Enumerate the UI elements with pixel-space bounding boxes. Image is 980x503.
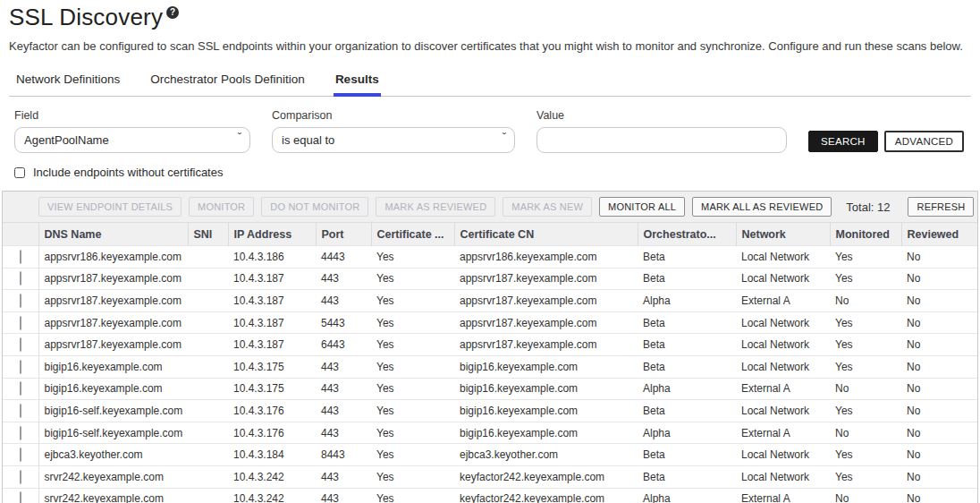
cell-network: Local Network — [736, 400, 830, 422]
cell-cn: bigip16.keyexample.com — [454, 378, 638, 400]
cell-ip: 10.4.3.242 — [228, 465, 316, 488]
row-checkbox[interactable] — [20, 337, 21, 352]
table-row[interactable]: appsrvr187.keyexample.com10.4.3.187443Ye… — [3, 268, 977, 290]
cell-sni — [188, 290, 228, 312]
cell-ip: 10.4.3.187 — [228, 311, 316, 334]
value-input[interactable] — [536, 127, 787, 153]
advanced-button[interactable]: ADVANCED — [884, 131, 964, 152]
row-checkbox[interactable] — [20, 404, 21, 418]
column-header-sni[interactable]: SNI — [188, 223, 228, 246]
row-checkbox[interactable] — [20, 316, 21, 330]
mark-as-new-button: MARK AS NEW — [503, 197, 592, 217]
cell-network: Local Network — [736, 465, 830, 488]
cell-sni — [188, 334, 228, 356]
row-checkbox-cell — [3, 465, 38, 488]
cell-network: External A — [736, 422, 830, 444]
cell-dns: bigip16-self.keyexample.com — [38, 400, 188, 422]
results-table: DNS NameSNIIP AddressPortCertificate ...… — [3, 222, 977, 503]
cell-ip: 10.4.3.187 — [228, 290, 316, 312]
table-row[interactable]: bigip16-self.keyexample.com10.4.3.176443… — [3, 422, 977, 444]
tab-network-definitions[interactable]: Network Definitions — [14, 69, 122, 97]
cell-cn: appsrvr187.keyexample.com — [454, 268, 638, 290]
column-header-certificate-cn[interactable]: Certificate CN — [454, 223, 638, 246]
column-header-dns-name[interactable]: DNS Name — [38, 223, 188, 246]
cell-network: External A — [736, 378, 830, 400]
row-checkbox[interactable] — [20, 360, 21, 374]
cell-ip: 10.4.3.242 — [228, 488, 316, 503]
row-checkbox[interactable] — [20, 448, 21, 462]
include-endpoints-checkbox[interactable] — [14, 167, 25, 178]
column-header-orchestrato[interactable]: Orchestrato... — [638, 223, 736, 246]
table-row[interactable]: ejbca3.keyother.com10.4.3.1848443Yesejbc… — [3, 444, 977, 466]
cell-sni — [188, 378, 228, 400]
cell-monitored: Yes — [830, 444, 901, 466]
cell-reviewed: No — [901, 355, 977, 378]
table-row[interactable]: appsrvr187.keyexample.com10.4.3.1876443Y… — [3, 334, 977, 356]
row-checkbox-cell — [3, 422, 38, 444]
cell-ip: 10.4.3.186 — [228, 246, 316, 269]
row-checkbox[interactable] — [20, 491, 21, 503]
refresh-button[interactable]: REFRESH — [908, 197, 974, 217]
cell-cn: bigip16.keyexample.com — [454, 355, 638, 378]
column-header-monitored[interactable]: Monitored — [830, 223, 901, 246]
row-checkbox[interactable] — [20, 470, 21, 484]
column-header-certificate[interactable]: Certificate ... — [371, 223, 454, 246]
cell-reviewed: No — [901, 400, 977, 422]
row-checkbox[interactable] — [20, 294, 21, 308]
cell-dns: appsrvr187.keyexample.com — [38, 268, 188, 290]
ssl-discovery-page: SSL Discovery ? Keyfactor can be configu… — [0, 0, 980, 503]
cell-cn: bigip16.keyexample.com — [454, 400, 638, 422]
cell-dns: srvr242.keyexample.com — [38, 465, 188, 488]
value-label: Value — [536, 109, 787, 122]
cell-dns: appsrvr187.keyexample.com — [38, 334, 188, 356]
search-button[interactable]: SEARCH — [808, 131, 878, 152]
include-endpoints-label: Include endpoints without certificates — [33, 166, 223, 179]
row-checkbox-cell — [3, 334, 38, 356]
cell-reviewed: No — [901, 444, 977, 466]
cell-cn: appsrvr186.keyexample.com — [454, 246, 638, 269]
mark-all-as-reviewed-button[interactable]: MARK ALL AS REVIEWED — [692, 197, 832, 217]
monitor-all-button[interactable]: MONITOR ALL — [599, 197, 685, 217]
column-header-network[interactable]: Network — [736, 223, 830, 246]
table-row[interactable]: appsrvr187.keyexample.com10.4.3.1875443Y… — [3, 311, 977, 334]
toolbar-buttons: VIEW ENDPOINT DETAILSMONITORDO NOT MONIT… — [38, 197, 832, 217]
cell-port: 443 — [316, 378, 371, 400]
total-count: Total: 12 — [846, 200, 890, 214]
table-row[interactable]: srvr242.keyexample.com10.4.3.242443Yeske… — [3, 488, 977, 503]
cell-orchestrator: Beta — [638, 444, 736, 466]
cell-reviewed: No — [901, 465, 977, 488]
cell-orchestrator: Beta — [638, 311, 736, 334]
row-checkbox-cell — [3, 444, 38, 466]
cell-monitored: No — [830, 378, 901, 400]
row-checkbox[interactable] — [20, 381, 21, 396]
table-row[interactable]: bigip16.keyexample.com10.4.3.175443Yesbi… — [3, 378, 977, 400]
cell-cert: Yes — [371, 400, 454, 422]
row-checkbox[interactable] — [20, 271, 21, 286]
row-checkbox-cell — [3, 488, 38, 503]
cell-dns: appsrvr187.keyexample.com — [38, 311, 188, 334]
row-checkbox[interactable] — [20, 426, 21, 440]
column-header-ip-address[interactable]: IP Address — [228, 223, 316, 246]
column-header-reviewed[interactable]: Reviewed — [901, 223, 977, 246]
table-row[interactable]: appsrvr186.keyexample.com10.4.3.1864443Y… — [3, 246, 977, 269]
monitor-button: MONITOR — [189, 197, 254, 217]
cell-monitored: No — [830, 290, 901, 312]
tab-results[interactable]: Results — [334, 69, 381, 97]
cell-monitored: No — [830, 488, 901, 503]
table-row[interactable]: bigip16-self.keyexample.com10.4.3.176443… — [3, 400, 977, 422]
table-row[interactable]: bigip16.keyexample.com10.4.3.175443Yesbi… — [3, 355, 977, 378]
view-endpoint-details-button: VIEW ENDPOINT DETAILS — [38, 197, 182, 217]
comparison-select[interactable]: is equal to — [272, 127, 515, 153]
table-row[interactable]: srvr242.keyexample.com10.4.3.242443Yeske… — [3, 465, 977, 488]
tab-orchestrator-pools-definition[interactable]: Orchestrator Pools Definition — [148, 69, 307, 97]
search-filter-form: Field AgentPoolName ˇ Comparison is equa… — [14, 109, 966, 153]
row-checkbox[interactable] — [20, 250, 21, 264]
cell-port: 443 — [316, 268, 371, 290]
column-header-port[interactable]: Port — [316, 223, 371, 246]
help-icon[interactable]: ? — [166, 6, 179, 19]
cell-ip: 10.4.3.176 — [228, 422, 316, 444]
cell-orchestrator: Alpha — [638, 290, 736, 312]
table-row[interactable]: appsrvr187.keyexample.com10.4.3.187443Ye… — [3, 290, 977, 312]
results-grid: VIEW ENDPOINT DETAILSMONITORDO NOT MONIT… — [2, 191, 978, 503]
field-select[interactable]: AgentPoolName — [14, 127, 250, 153]
